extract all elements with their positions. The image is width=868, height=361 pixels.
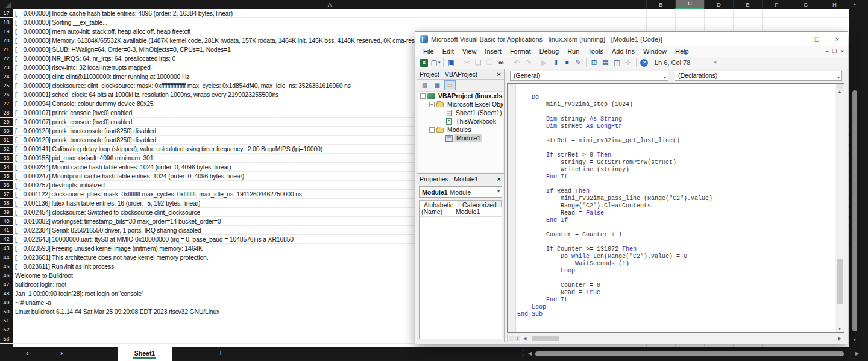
insert-userform-button[interactable]: ▢▾ [430,58,441,68]
menu-help[interactable]: Help [671,48,693,55]
row-number[interactable]: 53 [0,334,13,343]
row-number[interactable]: 43 [0,244,13,253]
undo-button[interactable]: ↶ [511,58,523,68]
tree-expander-icon[interactable]: − [429,102,435,107]
sheet-nav-prev-icon[interactable]: ‹ [26,348,28,357]
row-number[interactable]: 29 [0,118,13,126]
scroll-up-icon[interactable]: ▲ [849,2,860,6]
row-number[interactable]: 33 [0,154,13,162]
tree-expander-icon[interactable]: − [420,93,426,99]
row-number[interactable]: 49 [0,298,13,307]
column-header-g[interactable]: G [791,0,820,9]
row-number[interactable]: 37 [0,190,13,198]
select-all-corner[interactable] [0,0,13,9]
column-header-h[interactable]: H [820,0,849,9]
row-number[interactable]: 27 [0,99,13,108]
row-number[interactable]: 50 [0,307,13,316]
tree-item-microsoft-excel-objects[interactable]: −Microsoft Excel Objects [418,100,503,108]
vba-title-bar[interactable]: Microsoft Visual Basic for Applications … [415,32,848,46]
save-button[interactable]: ▣ [445,58,457,68]
row-number[interactable]: 28 [0,108,13,117]
menu-format[interactable]: Format [506,48,535,55]
sheet-vertical-scrollbar[interactable]: ▲ ▼ [849,0,860,347]
row-number[interactable]: 34 [0,163,13,171]
redo-button[interactable]: ↷ [523,58,534,68]
sheet-row[interactable]: 18[ 0.000000] Sorting __ex_table... [0,18,850,27]
find-button[interactable]: ∞ [495,58,507,68]
row-number[interactable]: 46 [0,271,13,280]
code-horizontal-scrollbar[interactable]: — ≡ ◀ ▶ [507,334,844,342]
column-header-b[interactable]: B [646,0,675,9]
toolbar-overflow-icon[interactable]: ▾ [712,59,717,66]
row-number[interactable]: 38 [0,199,13,207]
row-number[interactable]: 20 [0,36,13,45]
copy-button[interactable]: ❏ [473,58,484,68]
break-button[interactable]: ‖ [550,58,561,68]
horizontal-scroll-thumb[interactable] [535,351,844,356]
grip-dots-icon[interactable]: ⋮ [520,349,526,357]
menu-file[interactable]: File [419,48,438,55]
project-explorer-button[interactable]: ⊞ [588,58,600,68]
row-number[interactable]: 47 [0,280,13,289]
column-header-e[interactable]: E [733,0,762,9]
code-margin[interactable] [508,84,516,332]
vertical-scroll-thumb[interactable] [852,90,857,331]
menu-debug[interactable]: Debug [535,48,563,55]
tree-item-vbaproject-linux-xlsm[interactable]: −VBAProject (linux.xlsm) [418,92,503,100]
row-number[interactable]: 39 [0,208,13,216]
menu-view[interactable]: View [458,48,481,55]
row-number[interactable]: 44 [0,253,13,262]
sheet-row[interactable]: 17[ 0.000000] Inode-cache hash table ent… [0,9,850,18]
row-number[interactable]: 35 [0,172,13,180]
property-row[interactable]: (Name) Module1 [420,207,502,217]
reset-button[interactable]: ■ [561,58,573,68]
row-number[interactable]: 18 [0,18,13,27]
properties-close-icon[interactable]: × [495,175,503,183]
row-number[interactable]: 24 [0,72,13,81]
object-dropdown[interactable]: (General) ▾ [510,71,668,81]
close-button[interactable]: × [827,32,848,46]
design-mode-button[interactable]: ✎ [573,58,584,68]
row-number[interactable]: 42 [0,235,13,243]
column-header-f[interactable]: F [762,0,791,9]
code-editor[interactable]: Do mini_rv32ima_step (1024) Dim stringy … [517,87,835,332]
scroll-down-icon[interactable]: ▼ [835,327,844,331]
row-number[interactable]: 48 [0,289,13,298]
row-number[interactable]: 17 [0,9,13,17]
row-number[interactable]: 19 [0,27,13,36]
column-header-d[interactable]: D [704,0,733,9]
menu-window[interactable]: Window [639,48,671,55]
add-sheet-button[interactable]: + [218,348,223,357]
row-number[interactable]: 30 [0,127,13,135]
row-number[interactable]: 52 [0,325,13,334]
column-header-a[interactable]: A [13,0,646,9]
row-number[interactable]: 25 [0,81,13,90]
resize-grip-icon[interactable]: ⋰ [840,336,845,342]
menu-tools[interactable]: Tools [583,48,608,55]
tree-item-thisworkbook[interactable]: ThisWorkbook [418,117,503,125]
row-number[interactable]: 36 [0,181,13,189]
mdi-restore-button[interactable]: ❐ [832,47,837,55]
toolbox-button[interactable]: ✛ [623,58,634,68]
row-number[interactable]: 41 [0,226,13,234]
split-handle[interactable] [837,84,843,89]
toggle-folders-button[interactable]: ▭ [444,80,456,90]
object-browser-button[interactable]: ◫ [611,58,623,68]
view-excel-button[interactable]: X [418,58,430,68]
project-close-icon[interactable]: × [495,71,503,78]
tree-item-sheet1-sheet1[interactable]: Sheet1 (Sheet1) [418,108,503,117]
row-number[interactable]: 51 [0,316,13,325]
maximize-button[interactable]: □ [807,32,827,46]
row-number[interactable]: 40 [0,217,13,225]
mdi-minimize-button[interactable]: – [826,47,829,55]
project-panel-header[interactable]: Project - VBAProject × [417,69,504,80]
properties-object-dropdown[interactable]: Module1 Module ▾ [419,186,502,198]
menu-edit[interactable]: Edit [438,48,458,55]
menu-insert[interactable]: Insert [480,48,506,55]
sheet-tab[interactable]: Sheet1 [118,347,172,361]
cut-button[interactable]: ✂ [461,58,473,68]
code-vertical-scrollbar[interactable]: ▲ ▼ [835,84,844,332]
scroll-down-icon[interactable]: ▼ [849,337,860,342]
menu-run[interactable]: Run [563,48,583,55]
scroll-right-icon[interactable]: ▶ [855,351,859,356]
